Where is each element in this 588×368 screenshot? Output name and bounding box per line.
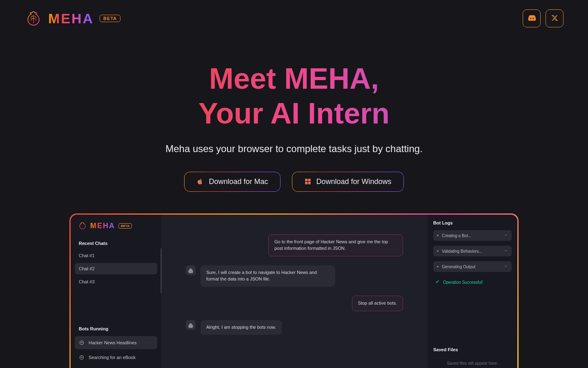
brand-logo-icon [24,9,42,27]
log-label: Creating a Bot... [442,233,501,238]
chat-item-1[interactable]: Chat #1 [75,250,157,261]
log-label: Validating Behaviors... [442,249,501,254]
log-row-3[interactable]: Generating Output [433,261,512,272]
hero-subhead: Meha uses your browser to complete tasks… [0,143,588,155]
chat-bot-msg-2: Alright, I am stopping the bots now. [200,320,282,335]
recent-chats-title: Recent Chats [71,233,161,248]
bot-icon [79,355,85,360]
chat-user-msg-2: Stop all active bots. [352,296,403,311]
scrollbar-thumb[interactable] [160,248,162,293]
svg-point-5 [81,342,81,343]
svg-point-4 [80,341,83,344]
log-label: Generating Output [442,265,501,269]
check-icon [435,279,440,285]
bot-avatar-icon [186,320,196,330]
bullet-icon [437,250,439,252]
log-row-2[interactable]: Validating Behaviors... [433,246,512,256]
hero-headline-line2: Your AI Intern [198,97,390,130]
bot-icon [79,340,85,346]
saved-files-placeholder: Saved files will appear here. [433,352,512,368]
chevron-down-icon [504,233,508,238]
mock-brand-logo-icon [78,221,87,230]
bot-item-hn[interactable]: Hacker News Headlines [75,336,157,349]
log-row-1[interactable]: Creating a Bot... [433,230,512,241]
x-button[interactable] [546,9,564,27]
svg-point-8 [81,357,81,357]
svg-rect-0 [305,179,307,182]
chat-bot-msg-1: Sure, I will create a bot to navigate to… [200,265,335,287]
svg-rect-2 [305,182,307,184]
mock-brand-name: MEHA [90,222,115,230]
apple-icon [196,178,204,185]
discord-icon [527,13,536,24]
log-success-label: Operation Successful! [443,280,483,285]
beta-badge: BETA [100,15,120,22]
bot-avatar-icon [186,265,196,275]
hero-headline-line1: Meet MEHA, [209,62,379,95]
discord-button[interactable] [523,9,541,27]
log-success-row: Operation Successful! [433,277,512,287]
download-mac-label: Download for Mac [209,177,268,186]
windows-icon [304,178,312,185]
mock-chat: Go to the front page of Hacker News and … [161,215,428,368]
chevron-down-icon [504,249,508,254]
app-screenshot: MEHA BETA Recent Chats Chat #1 Chat #2 C… [69,213,519,368]
x-icon [551,14,558,23]
chat-item-3[interactable]: Chat #3 [75,276,157,287]
svg-rect-1 [308,179,310,182]
recent-chats-list: Chat #1 Chat #2 Chat #3 [71,248,161,292]
svg-point-9 [82,357,82,357]
bot-label: Searching for an eBook [89,355,136,360]
chat-item-2[interactable]: Chat #2 [75,263,157,274]
download-mac-button[interactable]: Download for Mac [184,172,280,192]
bullet-icon [437,235,439,236]
brand-name: MEHA [48,11,94,27]
svg-point-6 [82,342,82,343]
chat-user-msg-1: Go to the front page of Hacker News and … [268,234,403,256]
svg-point-7 [80,355,83,359]
download-windows-button[interactable]: Download for Windows [292,172,404,192]
bots-running-title: Bots Running [75,325,157,334]
mock-beta-badge: BETA [118,223,132,229]
bot-item-ebook[interactable]: Searching for an eBook [75,351,157,364]
mock-sidebar: MEHA BETA Recent Chats Chat #1 Chat #2 C… [71,215,161,368]
chevron-down-icon [504,264,508,269]
mock-right-panel: Bot Logs Creating a Bot... Validating Be… [428,215,517,368]
bullet-icon [437,266,439,267]
bot-label: Hacker News Headlines [89,340,136,345]
saved-files-title: Saved Files [433,347,512,352]
bot-logs-title: Bot Logs [433,220,512,225]
download-windows-label: Download for Windows [316,177,392,186]
svg-rect-3 [308,182,310,184]
hero-headline: Meet MEHA, Your AI Intern [0,61,588,131]
